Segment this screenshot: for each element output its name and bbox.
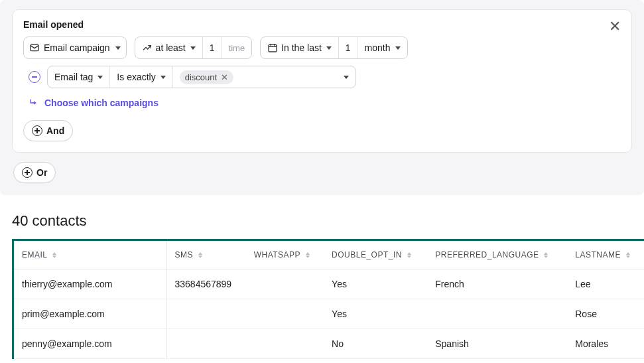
comparator-dropdown[interactable]: at least: [135, 37, 202, 58]
cell-sms: [166, 299, 246, 329]
contacts-table: EMAIL SMS WHATSAPP DOUBLE_OPT_IN PREFERR…: [14, 241, 644, 359]
sort-icon: [626, 252, 630, 258]
subfilter-field-label: Email tag: [54, 72, 93, 82]
cell-email: penny@example.com: [14, 329, 166, 359]
and-button[interactable]: And: [23, 120, 73, 141]
contacts-table-wrap: EMAIL SMS WHATSAPP DOUBLE_OPT_IN PREFERR…: [12, 239, 644, 359]
cell-email: prim@example.com: [14, 299, 166, 329]
sort-icon: [544, 252, 548, 258]
time-unit-label: month: [365, 42, 391, 53]
table-row[interactable]: thierry@example.com 33684567899 Yes Fren…: [14, 269, 644, 299]
table-row[interactable]: prim@example.com Yes Rose: [14, 299, 644, 329]
cell-email: thierry@example.com: [14, 269, 166, 299]
or-button[interactable]: Or: [13, 162, 56, 183]
comparator-group: at least 1 time: [135, 36, 253, 59]
time-value: 1: [346, 42, 351, 53]
subfilter-group: Email tag Is exactly discount ✕: [47, 66, 356, 88]
comparator-label: at least: [156, 42, 186, 53]
subfilter-field-dropdown[interactable]: Email tag: [48, 66, 109, 88]
plus-icon: [22, 167, 32, 178]
col-header-whatsapp[interactable]: WHATSAPP: [246, 241, 324, 269]
cell-preferred-language: Spanish: [427, 329, 567, 359]
mail-icon: [29, 42, 40, 53]
sort-icon: [52, 252, 56, 258]
subfilter-value-dropdown[interactable]: [336, 66, 355, 88]
chevron-down-icon: [190, 46, 196, 50]
timerange-label: In the last: [281, 42, 322, 53]
chevron-down-icon: [97, 76, 103, 79]
chevron-down-icon: [161, 76, 166, 79]
chevron-down-icon: [344, 76, 349, 79]
tag-input[interactable]: [236, 66, 336, 88]
sort-icon: [407, 252, 411, 258]
filter-title: Email opened: [23, 19, 621, 30]
subfilter-value-area[interactable]: discount ✕: [173, 66, 236, 88]
choose-campaigns-link[interactable]: Choose which campaigns: [44, 98, 159, 108]
results-noun: contacts: [32, 212, 87, 229]
subfilter-operator-dropdown[interactable]: Is exactly: [110, 66, 172, 88]
cell-lastname: Lee: [567, 269, 644, 299]
cell-preferred-language: [427, 299, 567, 329]
svg-rect-1: [269, 44, 277, 52]
close-icon[interactable]: ✕: [609, 19, 621, 34]
filter-card: Email opened ✕ Email campaign at least: [12, 9, 632, 153]
sort-icon: [306, 252, 310, 258]
cell-preferred-language: French: [427, 269, 567, 299]
choose-campaigns-row: Choose which campaigns: [29, 98, 621, 108]
campaign-dropdown-label: Email campaign: [44, 42, 110, 53]
col-header-lastname[interactable]: LASTNAME: [567, 241, 644, 269]
table-header-row: EMAIL SMS WHATSAPP DOUBLE_OPT_IN PREFERR…: [14, 241, 644, 269]
col-header-preferred-language[interactable]: PREFERRED_LANGUAGE: [427, 241, 567, 269]
filter-row-main: Email campaign at least 1 time: [23, 36, 621, 59]
sort-icon: [198, 252, 202, 258]
or-label: Or: [36, 167, 47, 178]
cell-double-opt-in: Yes: [324, 269, 427, 299]
col-header-double-opt-in[interactable]: DOUBLE_OPT_IN: [324, 241, 427, 269]
tag-chip-label: discount: [185, 72, 217, 82]
chevron-down-icon: [395, 46, 401, 50]
cell-whatsapp: [246, 329, 324, 359]
subfilter-operator-label: Is exactly: [117, 72, 155, 82]
count-unit: time: [222, 37, 252, 58]
tag-chip: discount ✕: [180, 70, 233, 84]
campaign-dropdown[interactable]: Email campaign: [23, 36, 127, 59]
cell-whatsapp: [246, 269, 324, 299]
trend-up-icon: [142, 42, 153, 53]
table-row[interactable]: penny@example.com No Spanish Morales: [14, 329, 644, 359]
filter-row-sub: Email tag Is exactly discount ✕: [29, 66, 621, 88]
col-header-email[interactable]: EMAIL: [14, 241, 166, 269]
remove-tag-icon[interactable]: ✕: [221, 72, 228, 82]
filter-panel: Email opened ✕ Email campaign at least: [0, 0, 644, 195]
time-value-input[interactable]: 1: [339, 37, 357, 58]
results-heading: 40 contacts: [12, 212, 644, 230]
cell-double-opt-in: No: [324, 329, 427, 359]
chevron-down-icon: [326, 46, 332, 50]
cell-sms: [166, 329, 246, 359]
timerange-group: In the last 1 month: [260, 36, 407, 59]
cell-lastname: Morales: [567, 329, 644, 359]
cell-sms: 33684567899: [166, 269, 246, 299]
timerange-dropdown[interactable]: In the last: [261, 37, 338, 58]
calendar-icon: [267, 42, 278, 53]
time-unit-dropdown[interactable]: month: [358, 37, 407, 58]
cell-whatsapp: [246, 299, 324, 329]
cell-lastname: Rose: [567, 299, 644, 329]
cell-double-opt-in: Yes: [324, 299, 427, 329]
arrow-down-right-icon: [29, 98, 39, 108]
count-input[interactable]: 1: [203, 37, 222, 58]
count-value: 1: [210, 42, 215, 53]
results-count: 40: [12, 212, 28, 229]
chevron-down-icon: [115, 46, 121, 50]
plus-icon: [32, 125, 42, 136]
remove-condition-button[interactable]: [29, 71, 40, 83]
col-header-sms[interactable]: SMS: [166, 241, 246, 269]
and-label: And: [46, 125, 64, 136]
